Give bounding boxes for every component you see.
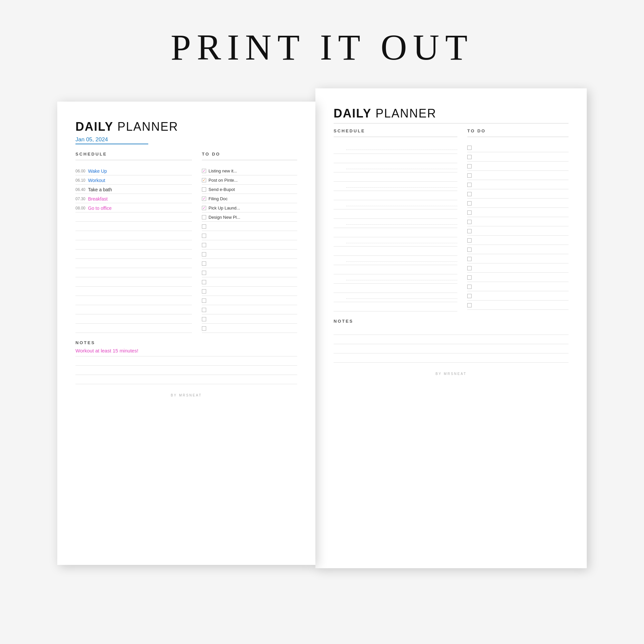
todo-row-5: Pick Up Laund... (202, 203, 297, 212)
right-footer: BY MRSNEAT (334, 372, 569, 376)
schedule-row-6 (75, 212, 192, 222)
task-4: Breakfast (88, 196, 192, 202)
r-todo-16 (467, 282, 569, 291)
todo-text-5: Pick Up Laund... (208, 206, 297, 210)
schedule-row-13 (75, 277, 192, 287)
r-sched-9 (334, 293, 457, 302)
task-2: Workout (88, 178, 192, 183)
schedule-row-2: 06.10 Workout (75, 175, 192, 185)
schedule-row-7 (75, 222, 192, 231)
schedule-divider (75, 160, 192, 160)
todo-row-16 (202, 305, 297, 314)
right-schedule-divider (334, 137, 457, 137)
todo-text-6: Design New Pl... (208, 215, 297, 220)
right-schedule-header: SCHEDULE (334, 128, 457, 133)
todo-row-15 (202, 296, 297, 305)
page-headline: PRINT IT OUT (171, 26, 474, 69)
right-title-bold: DAILY (334, 107, 372, 120)
planners-container: DAILY PLANNER Jan 05, 2024 SCHEDULE 06.0… (57, 88, 587, 601)
left-title-bold: DAILY (75, 120, 114, 133)
left-schedule-header: SCHEDULE (75, 152, 192, 157)
r-todo-5 (467, 180, 569, 189)
r-todo-2 (467, 152, 569, 161)
r-sched-2 (334, 163, 457, 172)
notes-line-3 (75, 366, 297, 375)
todo-row-3: Send e-Bupot (202, 185, 297, 194)
task-3: Take a bath (88, 187, 192, 192)
schedule-row-5: 08.00 Go to office (75, 203, 192, 212)
left-planner-title: DAILY PLANNER (75, 120, 297, 134)
right-schedule-col: SCHEDULE (334, 128, 457, 311)
r-todo-4 (467, 171, 569, 180)
todo-row-6: Design New Pl... (202, 212, 297, 222)
todo-row-17 (202, 314, 297, 324)
schedule-row-18 (75, 324, 192, 333)
checkbox-5 (202, 206, 206, 210)
left-footer: BY MRSNEAT (75, 393, 297, 397)
r-sched-8b (334, 284, 457, 293)
r-todo-17 (467, 291, 569, 300)
r-sched-3 (334, 182, 457, 191)
notes-line-1: Workout at least 15 minutes! (75, 348, 297, 356)
r-sched-6 (334, 237, 457, 247)
schedule-row-11 (75, 259, 192, 268)
r-sched-3b (334, 191, 457, 200)
todo-row-10 (202, 250, 297, 259)
todo-row-13 (202, 277, 297, 287)
time-5: 08.00 (75, 206, 88, 210)
schedule-row-14 (75, 287, 192, 296)
todo-row-11 (202, 259, 297, 268)
right-columns: SCHEDULE (334, 128, 569, 311)
r-sched-4b (334, 209, 457, 219)
r-notes-line-3 (334, 345, 569, 353)
r-todo-15 (467, 273, 569, 282)
schedule-row-8 (75, 231, 192, 240)
r-todo-10 (467, 226, 569, 236)
todo-row-12 (202, 268, 297, 277)
right-todo-divider (467, 137, 569, 137)
todo-row-14 (202, 287, 297, 296)
r-todo-18 (467, 300, 569, 310)
right-title-light: PLANNER (372, 107, 437, 120)
left-notes-header: NOTES (75, 340, 297, 345)
r-todo-1 (467, 143, 569, 152)
notes-line-2 (75, 357, 297, 366)
todo-text-4: Filing Doc (208, 196, 297, 201)
todo-divider (202, 160, 297, 160)
right-title-divider (334, 123, 569, 123)
left-todo-header: TO DO (202, 152, 297, 157)
right-planner: DAILY PLANNER SCHEDULE (315, 88, 587, 568)
task-1: Wake Up (88, 168, 192, 174)
left-planner-date: Jan 05, 2024 (75, 136, 148, 144)
left-title-light: PLANNER (114, 120, 178, 133)
left-planner: DAILY PLANNER Jan 05, 2024 SCHEDULE 06.0… (57, 102, 315, 565)
r-todo-12 (467, 245, 569, 254)
right-todo-col: TO DO (467, 128, 569, 311)
schedule-row-4: 07.30 Breakfast (75, 194, 192, 203)
schedule-row-16 (75, 305, 192, 314)
notes-content: Workout at least 15 minutes! (75, 346, 138, 355)
schedule-row-17 (75, 314, 192, 324)
time-2: 06.10 (75, 178, 88, 183)
r-sched-8 (334, 274, 457, 284)
r-sched-7 (334, 256, 457, 265)
r-sched-1 (334, 143, 457, 154)
todo-row-1: Listing new it... (202, 166, 297, 175)
r-notes-line-4 (334, 354, 569, 363)
time-3: 06.40 (75, 187, 88, 192)
todo-row-9 (202, 240, 297, 250)
checkbox-3 (202, 187, 206, 192)
todo-row-2: Post on Pinte... (202, 175, 297, 185)
todo-text-2: Post on Pinte... (208, 178, 297, 183)
checkbox-1 (202, 169, 206, 173)
r-todo-6 (467, 189, 569, 199)
todo-row-18 (202, 324, 297, 333)
notes-line-4 (75, 376, 297, 384)
r-sched-1b (334, 154, 457, 163)
right-notes-header: NOTES (334, 319, 569, 324)
todo-row-7 (202, 222, 297, 231)
schedule-row-15 (75, 296, 192, 305)
todo-text-3: Send e-Bupot (208, 187, 297, 192)
checkbox-6 (202, 215, 206, 219)
r-todo-3 (467, 161, 569, 171)
